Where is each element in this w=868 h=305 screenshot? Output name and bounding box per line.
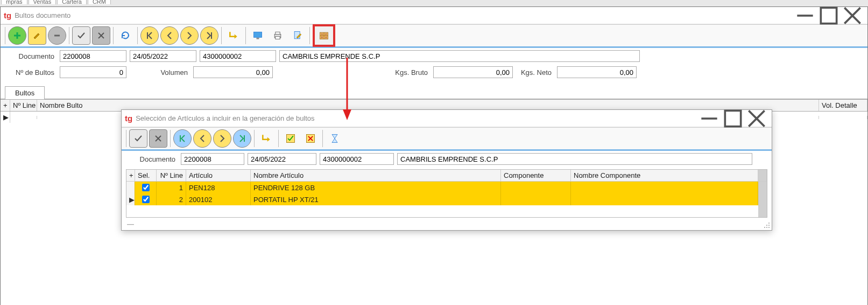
sub-grid-row[interactable]: ▶ 2 200102 PORTATIL HP XT/21 [126,193,758,205]
outer-tab[interactable]: Ventas [29,0,57,4]
remove-button[interactable] [48,26,66,45]
doc-number-field[interactable] [60,50,126,62]
document-row: Documento [1,48,867,64]
sub-nav-first-button[interactable] [173,129,192,148]
sub-minimize-button[interactable] [697,111,721,126]
print-icon[interactable] [269,26,287,45]
sub-nav-next-button[interactable] [213,129,231,148]
sub-titlebar: tg Selección de Artículos a incluir en l… [122,110,772,127]
row-marker-icon: ▶ [126,193,135,205]
sub-doc-name-field[interactable] [397,153,752,165]
sub-maximize-button[interactable] [721,111,745,126]
add-button[interactable] [8,26,26,45]
sub-document-row: Documento [122,151,772,167]
sub-window: tg Selección de Artículos a incluir en l… [121,109,772,231]
select-all-icon[interactable] [281,129,300,148]
row-select-checkbox[interactable] [142,196,150,203]
sub-doc-number-field[interactable] [181,153,244,165]
return-arrow-button[interactable] [224,26,243,45]
svg-rect-26 [725,110,740,126]
volumen-label: Volumen [130,68,190,77]
sub-doc-label: Documento [129,155,178,163]
sub-gh-sel[interactable]: Sel. [135,170,157,182]
sub-close-button[interactable] [745,111,768,126]
generate-bultos-button[interactable]: 1234 [313,24,335,47]
nav-prev-button[interactable] [160,26,179,45]
refresh-button[interactable] [116,26,135,45]
bultos-label: Nº de Bultos [8,68,57,77]
edit-button[interactable] [28,26,46,45]
grid-header-voldetalle[interactable]: Vol. Detalle [819,100,867,111]
svg-rect-12 [257,38,259,39]
row-nombre-componente [571,193,758,205]
monitor-icon[interactable] [249,26,267,45]
row-componente [501,193,571,205]
window-title: Bultos documento [15,11,70,19]
edit-doc-icon[interactable] [288,26,307,45]
row-nombre: PENDRIVE 128 GB [251,182,501,193]
vertical-scrollbar[interactable] [758,182,767,217]
sub-gh-componente[interactable]: Componente [501,170,571,182]
scrollbar-stub [758,170,767,182]
close-button[interactable] [841,8,864,23]
app-logo: tg [4,11,11,20]
svg-point-41 [766,227,767,228]
row-line: 1 [157,182,186,193]
sub-nav-prev-button[interactable] [193,129,211,148]
volumen-field[interactable] [193,66,273,78]
outer-tab[interactable]: Cartera [57,0,87,4]
sub-grid-row[interactable]: 1 PEN128 PENDRIVE 128 GB [126,182,758,193]
row-select-checkbox[interactable] [142,184,150,191]
sub-confirm-button[interactable] [129,129,147,148]
row-line: 2 [157,193,186,205]
sub-gh-nombre-componente[interactable]: Nombre Componente [571,170,758,182]
kgs-bruto-label: Kgs. Bruto [392,68,430,77]
cancel-button[interactable] [92,26,110,45]
sub-doc-date-field[interactable] [248,153,316,165]
sub-grid-header: + Sel. Nº Line Artículo Nombre Artículo … [126,170,767,182]
sub-doc-code-field[interactable] [320,153,394,165]
sub-toolbar [122,127,772,151]
row-nombre: PORTATIL HP XT/21 [251,193,501,205]
doc-date-field[interactable] [130,50,196,62]
sub-gh-line[interactable]: Nº Line [157,170,186,182]
tabs-row: Bultos [1,86,867,99]
sub-nav-last-button[interactable] [233,129,251,148]
nav-next-button[interactable] [180,26,199,45]
row-componente [501,182,571,193]
sub-return-arrow-button[interactable] [257,129,276,148]
main-window: tg Bultos documento [0,6,868,305]
kgs-bruto-field[interactable] [433,66,513,78]
sub-gh-expand[interactable]: + [126,170,135,182]
sub-cancel-button[interactable] [149,129,167,148]
outer-tabs-strip: mpras Ventas Cartera CRM [0,0,868,6]
sub-gh-articulo[interactable]: Artículo [186,170,251,182]
svg-point-37 [768,223,770,224]
minimize-button[interactable] [793,8,817,23]
svg-point-39 [768,225,770,226]
nav-last-button[interactable] [200,26,218,45]
svg-rect-1 [821,8,836,23]
grid-header-expand[interactable]: + [1,100,10,111]
svg-point-38 [766,225,767,226]
outer-tab[interactable]: mpras [1,0,27,4]
doc-code-field[interactable] [200,50,276,62]
doc-name-field[interactable] [279,50,640,62]
deselect-all-icon[interactable] [301,129,320,148]
outer-tab[interactable]: CRM [88,0,111,4]
confirm-button[interactable] [72,26,90,45]
resize-grip-icon[interactable] [764,222,770,228]
tab-bultos[interactable]: Bultos [5,86,45,99]
bultos-field[interactable] [60,66,126,78]
footer-grip-icon: — [122,218,772,230]
svg-rect-14 [276,32,280,34]
row-nombre-componente [571,182,758,193]
hourglass-icon[interactable] [326,129,344,148]
nav-first-button[interactable] [140,26,159,45]
doc-label: Documento [8,52,57,60]
maximize-button[interactable] [817,8,841,23]
sub-gh-nombre[interactable]: Nombre Artículo [251,170,501,182]
grid-header-line[interactable]: Nº Line [10,100,37,111]
svg-point-42 [768,227,770,228]
kgs-neto-field[interactable] [557,66,637,78]
